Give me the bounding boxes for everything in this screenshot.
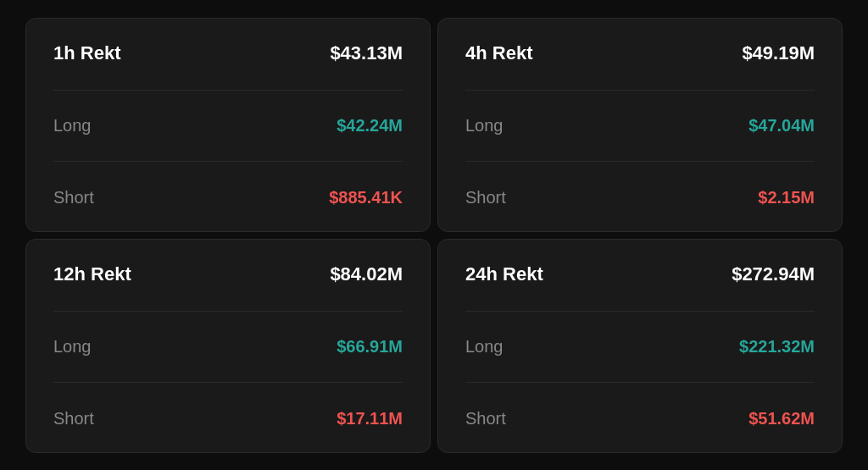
card-total-12h: $84.02M bbox=[330, 263, 403, 285]
card-4h: 4h Rekt $49.19M Long $47.04M Short $2.15… bbox=[437, 18, 843, 232]
card-header-12h: 12h Rekt $84.02M bbox=[53, 263, 403, 285]
card-short-label-12h: Short bbox=[53, 409, 94, 429]
card-short-value-1h: $885.41K bbox=[329, 188, 403, 207]
card-long-value-12h: $66.91M bbox=[337, 337, 403, 357]
divider-1-4h bbox=[465, 90, 815, 91]
card-title-4h: 4h Rekt bbox=[465, 42, 532, 64]
card-header-1h: 1h Rekt $43.13M bbox=[53, 42, 403, 64]
card-short-row-1h: Short $885.41K bbox=[53, 188, 403, 207]
card-total-24h: $272.94M bbox=[732, 263, 815, 285]
divider-2-24h bbox=[465, 382, 815, 383]
card-long-label-1h: Long bbox=[53, 116, 92, 135]
card-12h: 12h Rekt $84.02M Long $66.91M Short $17.… bbox=[25, 239, 431, 453]
card-short-value-4h: $2.15M bbox=[758, 188, 815, 207]
divider-1-24h bbox=[465, 311, 815, 312]
card-short-label-1h: Short bbox=[53, 188, 94, 207]
card-long-label-4h: Long bbox=[465, 116, 504, 135]
card-title-24h: 24h Rekt bbox=[465, 263, 543, 285]
card-title-12h: 12h Rekt bbox=[53, 263, 131, 285]
card-total-4h: $49.19M bbox=[742, 42, 815, 64]
card-long-row-12h: Long $66.91M bbox=[53, 337, 403, 357]
card-short-label-4h: Short bbox=[465, 188, 506, 207]
card-short-row-4h: Short $2.15M bbox=[465, 188, 815, 207]
card-short-label-24h: Short bbox=[465, 409, 506, 429]
card-long-value-4h: $47.04M bbox=[748, 116, 815, 135]
divider-1-1h bbox=[53, 90, 403, 91]
rekt-grid: 1h Rekt $43.13M Long $42.24M Short $885.… bbox=[19, 11, 849, 460]
card-long-value-1h: $42.24M bbox=[337, 116, 403, 135]
card-short-row-12h: Short $17.11M bbox=[53, 409, 403, 429]
card-24h: 24h Rekt $272.94M Long $221.32M Short $5… bbox=[437, 239, 843, 453]
card-long-label-24h: Long bbox=[465, 337, 504, 357]
card-long-row-1h: Long $42.24M bbox=[53, 116, 403, 135]
divider-2-12h bbox=[53, 382, 403, 383]
card-long-value-24h: $221.32M bbox=[739, 337, 815, 357]
card-title-1h: 1h Rekt bbox=[53, 42, 120, 64]
card-long-label-12h: Long bbox=[53, 337, 92, 357]
card-1h: 1h Rekt $43.13M Long $42.24M Short $885.… bbox=[25, 18, 431, 232]
card-total-1h: $43.13M bbox=[330, 42, 403, 64]
card-long-row-4h: Long $47.04M bbox=[465, 116, 815, 135]
card-long-row-24h: Long $221.32M bbox=[465, 337, 815, 357]
divider-1-12h bbox=[53, 311, 403, 312]
divider-2-1h bbox=[53, 161, 403, 162]
divider-2-4h bbox=[465, 161, 815, 162]
card-short-value-12h: $17.11M bbox=[337, 409, 403, 429]
card-short-value-24h: $51.62M bbox=[748, 409, 815, 429]
card-short-row-24h: Short $51.62M bbox=[465, 409, 815, 429]
card-header-4h: 4h Rekt $49.19M bbox=[465, 42, 815, 64]
card-header-24h: 24h Rekt $272.94M bbox=[465, 263, 815, 285]
